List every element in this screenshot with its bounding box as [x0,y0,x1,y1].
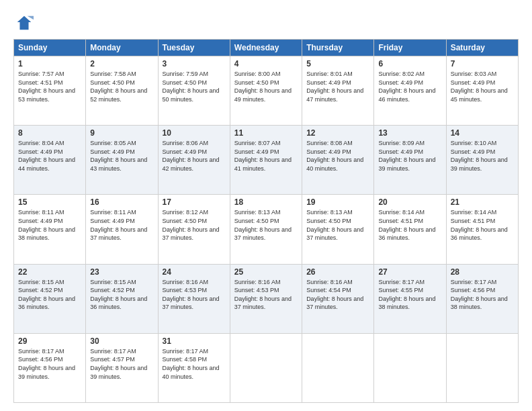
day-info: Sunrise: 8:17 AM Sunset: 4:56 PM Dayligh… [451,278,514,312]
day-info: Sunrise: 8:16 AM Sunset: 4:54 PM Dayligh… [306,278,369,312]
day-info: Sunrise: 8:08 AM Sunset: 4:49 PM Dayligh… [306,139,369,173]
col-friday: Friday [374,40,446,56]
day-number: 3 [163,59,226,68]
day-info: Sunrise: 8:12 AM Sunset: 4:50 PM Dayligh… [163,208,226,242]
day-number: 2 [90,59,153,68]
table-row: 30 Sunrise: 8:17 AM Sunset: 4:57 PM Dayl… [86,333,158,402]
day-info: Sunrise: 8:04 AM Sunset: 4:49 PM Dayligh… [18,139,81,173]
day-info: Sunrise: 8:14 AM Sunset: 4:51 PM Dayligh… [378,208,441,242]
calendar-table: Sunday Monday Tuesday Wednesday Thursday… [13,39,519,403]
table-row: 6 Sunrise: 8:02 AM Sunset: 4:49 PM Dayli… [374,56,446,126]
day-info: Sunrise: 8:15 AM Sunset: 4:52 PM Dayligh… [90,278,153,312]
calendar-week-row: 8 Sunrise: 8:04 AM Sunset: 4:49 PM Dayli… [14,126,519,195]
day-number: 9 [90,128,153,138]
table-row: 22 Sunrise: 8:15 AM Sunset: 4:52 PM Dayl… [14,264,86,333]
day-number: 7 [451,59,514,68]
table-row: 1 Sunrise: 7:57 AM Sunset: 4:51 PM Dayli… [14,56,86,126]
table-row: 24 Sunrise: 8:16 AM Sunset: 4:53 PM Dayl… [158,264,230,333]
day-info: Sunrise: 7:59 AM Sunset: 4:50 PM Dayligh… [163,70,226,103]
day-info: Sunrise: 7:57 AM Sunset: 4:51 PM Dayligh… [18,70,81,103]
col-saturday: Saturday [446,40,518,56]
table-row: 10 Sunrise: 8:06 AM Sunset: 4:49 PM Dayl… [158,126,230,195]
day-info: Sunrise: 8:16 AM Sunset: 4:53 PM Dayligh… [163,278,226,312]
day-number: 17 [163,197,226,207]
day-number: 23 [90,267,153,277]
table-row: 4 Sunrise: 8:00 AM Sunset: 4:50 PM Dayli… [230,56,302,126]
day-info: Sunrise: 8:17 AM Sunset: 4:58 PM Dayligh… [163,347,226,381]
table-row: 18 Sunrise: 8:13 AM Sunset: 4:50 PM Dayl… [230,195,302,264]
day-info: Sunrise: 8:02 AM Sunset: 4:49 PM Dayligh… [378,70,441,103]
table-row: 3 Sunrise: 7:59 AM Sunset: 4:50 PM Dayli… [158,56,230,126]
table-row: 2 Sunrise: 7:58 AM Sunset: 4:50 PM Dayli… [86,56,158,126]
day-info: Sunrise: 8:11 AM Sunset: 4:49 PM Dayligh… [90,208,153,242]
table-row: 19 Sunrise: 8:13 AM Sunset: 4:50 PM Dayl… [302,195,374,264]
table-row: 11 Sunrise: 8:07 AM Sunset: 4:49 PM Dayl… [230,126,302,195]
day-number: 29 [18,336,81,346]
day-info: Sunrise: 8:05 AM Sunset: 4:49 PM Dayligh… [90,139,153,173]
day-number: 8 [18,128,81,138]
day-number: 14 [451,128,514,138]
col-tuesday: Tuesday [158,40,230,56]
calendar-week-row: 22 Sunrise: 8:15 AM Sunset: 4:52 PM Dayl… [14,264,519,333]
col-sunday: Sunday [14,40,86,56]
day-number: 24 [163,267,226,277]
day-number: 30 [90,336,153,346]
table-row: 31 Sunrise: 8:17 AM Sunset: 4:58 PM Dayl… [158,333,230,402]
table-row: 28 Sunrise: 8:17 AM Sunset: 4:56 PM Dayl… [446,264,518,333]
day-number: 16 [90,197,153,207]
day-number: 26 [306,267,369,277]
day-number: 19 [306,197,369,207]
day-number: 18 [234,197,298,207]
day-info: Sunrise: 8:13 AM Sunset: 4:50 PM Dayligh… [306,208,369,242]
table-row: 7 Sunrise: 8:03 AM Sunset: 4:49 PM Dayli… [446,56,518,126]
day-number: 4 [234,59,298,68]
table-row [230,333,302,402]
table-row: 21 Sunrise: 8:14 AM Sunset: 4:51 PM Dayl… [446,195,518,264]
day-info: Sunrise: 8:07 AM Sunset: 4:49 PM Dayligh… [234,139,298,173]
day-number: 5 [306,59,369,68]
table-row: 15 Sunrise: 8:11 AM Sunset: 4:49 PM Dayl… [14,195,86,264]
day-number: 15 [18,197,81,207]
day-info: Sunrise: 8:16 AM Sunset: 4:53 PM Dayligh… [234,278,298,312]
day-number: 13 [378,128,441,138]
day-number: 31 [163,336,226,346]
day-info: Sunrise: 8:00 AM Sunset: 4:50 PM Dayligh… [234,70,298,103]
table-row: 9 Sunrise: 8:05 AM Sunset: 4:49 PM Dayli… [86,126,158,195]
day-info: Sunrise: 8:06 AM Sunset: 4:49 PM Dayligh… [163,139,226,173]
day-info: Sunrise: 8:14 AM Sunset: 4:51 PM Dayligh… [451,208,514,242]
day-number: 12 [306,128,369,138]
table-row: 23 Sunrise: 8:15 AM Sunset: 4:52 PM Dayl… [86,264,158,333]
day-number: 20 [378,197,441,207]
day-info: Sunrise: 8:17 AM Sunset: 4:56 PM Dayligh… [18,347,81,381]
page: Sunday Monday Tuesday Wednesday Thursday… [0,0,532,411]
day-info: Sunrise: 8:09 AM Sunset: 4:49 PM Dayligh… [378,139,441,173]
day-info: Sunrise: 8:03 AM Sunset: 4:49 PM Dayligh… [451,70,514,103]
table-row: 29 Sunrise: 8:17 AM Sunset: 4:56 PM Dayl… [14,333,86,402]
table-row: 26 Sunrise: 8:16 AM Sunset: 4:54 PM Dayl… [302,264,374,333]
svg-marker-0 [17,16,32,30]
calendar-week-row: 29 Sunrise: 8:17 AM Sunset: 4:56 PM Dayl… [14,333,519,402]
calendar-week-row: 1 Sunrise: 7:57 AM Sunset: 4:51 PM Dayli… [14,56,519,126]
table-row: 25 Sunrise: 8:16 AM Sunset: 4:53 PM Dayl… [230,264,302,333]
day-number: 28 [451,267,514,277]
day-info: Sunrise: 8:15 AM Sunset: 4:52 PM Dayligh… [18,278,81,312]
table-row [374,333,446,402]
day-number: 21 [451,197,514,207]
table-row: 14 Sunrise: 8:10 AM Sunset: 4:49 PM Dayl… [446,126,518,195]
col-thursday: Thursday [302,40,374,56]
table-row [446,333,518,402]
calendar-week-row: 15 Sunrise: 8:11 AM Sunset: 4:49 PM Dayl… [14,195,519,264]
table-row: 5 Sunrise: 8:01 AM Sunset: 4:49 PM Dayli… [302,56,374,126]
day-info: Sunrise: 8:01 AM Sunset: 4:49 PM Dayligh… [306,70,369,103]
table-row: 12 Sunrise: 8:08 AM Sunset: 4:49 PM Dayl… [302,126,374,195]
day-info: Sunrise: 7:58 AM Sunset: 4:50 PM Dayligh… [90,70,153,103]
table-row: 17 Sunrise: 8:12 AM Sunset: 4:50 PM Dayl… [158,195,230,264]
day-info: Sunrise: 8:11 AM Sunset: 4:49 PM Dayligh… [18,208,81,242]
header [13,11,519,32]
svg-marker-1 [28,16,34,20]
col-wednesday: Wednesday [230,40,302,56]
table-row: 16 Sunrise: 8:11 AM Sunset: 4:49 PM Dayl… [86,195,158,264]
day-number: 25 [234,267,298,277]
day-number: 1 [18,59,81,68]
day-number: 6 [378,59,441,68]
